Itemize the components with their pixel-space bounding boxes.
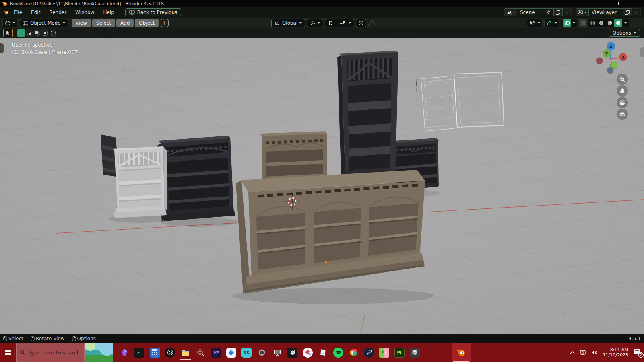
search-input[interactable] [29,350,79,356]
back-to-previous-button[interactable]: Back to Previous [125,8,182,16]
purple-gem-icon[interactable] [119,348,129,358]
blender-app-icon [456,348,466,357]
wolf-icon[interactable] [287,348,297,358]
hint-rotate-label: Rotate View [36,336,65,341]
vp-glyph: VP [213,350,219,354]
proportional-editing-toggle[interactable] [356,19,366,27]
pivot-point-dropdown[interactable] [307,19,323,27]
mode-dropdown[interactable]: Object Mode [20,19,68,27]
editor-type-button[interactable] [2,19,18,27]
remove-viewlayer-button[interactable] [632,8,641,16]
bookcase-dark-tall[interactable] [337,51,399,183]
spotify-icon[interactable] [333,348,343,358]
new-scene-button[interactable] [554,8,563,16]
transform-orientation-dropdown[interactable]: Global [271,19,305,27]
clock-date: 11/10/2025 [603,352,628,358]
show-object-types-dropdown[interactable] [527,19,543,27]
notepad-icon[interactable] [318,348,328,358]
obs-icon[interactable] [165,348,175,358]
snip-brush-icon[interactable] [303,348,313,358]
menu-object[interactable]: Object [135,19,159,27]
menu-file[interactable]: File [10,8,27,16]
taskbar-search[interactable] [16,343,85,362]
steam-icon[interactable] [364,348,374,358]
xray-icon [580,21,586,26]
bookcase-dark-angled[interactable] [157,136,235,222]
menu-help[interactable]: Help [99,8,118,16]
select-mode-intersect-button[interactable] [50,29,57,37]
gizmos-toggle[interactable] [544,19,559,27]
green-pink-card-icon[interactable] [379,348,389,358]
camera-view-button[interactable] [617,97,628,108]
maximize-button[interactable] [612,0,628,7]
menu-render[interactable]: Render [45,8,71,16]
perspective-toggle-button[interactable] [617,109,628,120]
scene-browse-button[interactable] [504,8,517,16]
bookcase-white[interactable] [113,146,167,218]
shading-wireframe-button[interactable] [589,19,597,27]
chevron-down-icon [299,22,302,24]
new-viewlayer-button[interactable] [623,8,632,16]
shading-rendered-button[interactable] [614,19,622,27]
blue-diamond-icon[interactable] [226,348,236,358]
calculator-icon[interactable] [150,348,160,358]
gizmo-axis-z-neg[interactable] [607,67,614,74]
menu-add[interactable]: Add [116,19,134,27]
scene-3d[interactable] [0,38,644,334]
shading-solid-button[interactable] [597,19,605,27]
scene-name-field[interactable]: Scene [517,8,554,16]
cc-captions-icon[interactable]: CC [242,348,252,358]
active-tool-button[interactable] [3,29,13,37]
blender-menu-icon[interactable] [3,10,10,15]
volume-icon[interactable] [591,350,598,355]
select-mode-subtract-button[interactable] [33,29,41,37]
pan-button[interactable] [617,85,628,97]
menu-edit[interactable]: Edit [27,8,45,16]
gizmo-axis-y[interactable]: Y [603,49,611,58]
start-button[interactable] [0,343,16,362]
gizmo-axis-x[interactable]: X [619,53,627,61]
select-mode-invert-button[interactable] [41,29,49,37]
right-mouse-icon [72,336,76,341]
top-menu-bar: File Edit Render Window Help Back to Pre… [0,7,644,18]
unity-hub-icon[interactable] [257,348,267,358]
unlink-scene-button[interactable] [563,8,572,16]
overlays-toggle[interactable] [561,19,577,27]
cube-3d-icon[interactable] [410,348,420,358]
pin-icon[interactable] [546,10,551,15]
menu-select[interactable]: Select [92,19,115,27]
taskbar-clock[interactable]: 8:11 AM 11/10/2025 [603,347,628,358]
notification-center-button[interactable]: 2 [634,349,642,356]
file-explorer-icon[interactable] [180,348,190,358]
xray-toggle[interactable] [579,19,587,27]
monitor-app-icon[interactable] [272,348,282,358]
axis-z-label: Z [609,44,612,49]
tray-app-icon[interactable] [580,350,586,355]
select-mode-set-button[interactable] [17,29,25,37]
menu-window[interactable]: Window [71,8,99,16]
tool-options-dropdown[interactable]: Options [609,29,640,37]
shading-material-button[interactable] [606,19,614,27]
close-button[interactable] [628,0,644,7]
chrome-icon[interactable] [349,348,359,358]
toolbar-expand-tab[interactable]: › [0,43,4,53]
gizmo-axis-z[interactable]: Z [607,42,615,51]
gizmo-axis-x-neg[interactable] [596,58,603,64]
viewlayer-browse-button[interactable] [576,8,588,16]
terminal-icon[interactable]: >_ [134,348,144,358]
people-search-icon[interactable] [196,348,206,358]
select-mode-extend-button[interactable] [25,29,33,37]
tray-expand-icon[interactable] [570,351,575,354]
viewlayer-name-field[interactable]: ViewLayer [588,8,623,16]
zoom-button[interactable] [617,74,628,85]
blender-taskbar-app[interactable] [452,343,471,362]
sidebar-expand-tab[interactable]: ‹ [640,47,644,57]
snapping-controls[interactable] [325,19,354,27]
menu-view[interactable]: View [72,19,91,27]
substance-painter-icon[interactable]: Pt [394,348,405,358]
minimize-button[interactable] [596,0,612,7]
vp-app-icon[interactable]: VP [211,348,221,358]
weather-widget[interactable] [85,343,113,362]
viewport-3d[interactable]: User Perspective (1) BookCase | Plane.00… [0,38,644,334]
collection-f-button[interactable]: F [161,19,169,27]
